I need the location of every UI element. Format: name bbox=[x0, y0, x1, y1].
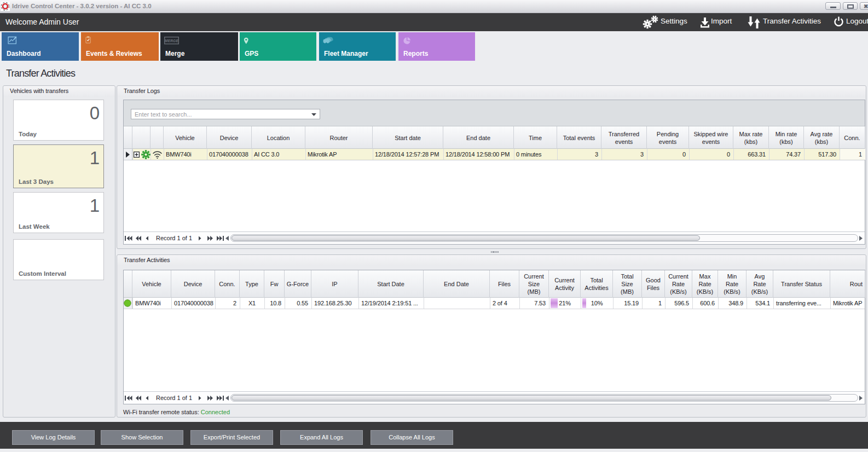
svg-text:MERGE: MERGE bbox=[165, 39, 178, 43]
